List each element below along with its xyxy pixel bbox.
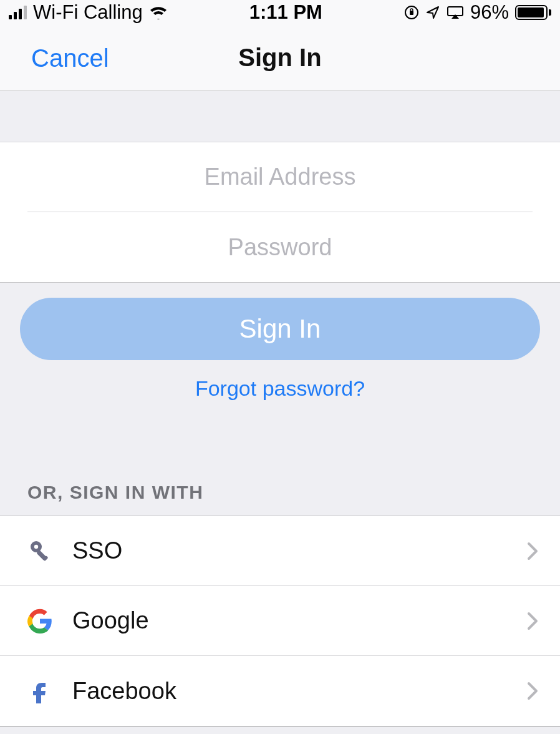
svg-point-4	[34, 544, 38, 548]
nav-bar: Cancel Sign In	[0, 25, 560, 91]
alt-signin-list: SSO Google Facebook	[0, 516, 560, 727]
rotation-lock-icon	[404, 5, 419, 20]
status-time: 1:11 PM	[249, 1, 322, 24]
svg-rect-1	[410, 11, 413, 15]
forgot-row: Forgot password?	[0, 368, 560, 407]
spacer	[0, 727, 560, 734]
email-field[interactable]	[27, 164, 533, 190]
cancel-button[interactable]: Cancel	[31, 44, 109, 72]
battery-icon	[515, 5, 551, 20]
cellular-signal-icon	[9, 6, 27, 19]
signin-button[interactable]: Sign In	[20, 298, 540, 360]
page-title: Sign In	[238, 44, 321, 72]
forgot-password-link[interactable]: Forgot password?	[195, 376, 365, 401]
spacer	[0, 407, 560, 482]
chevron-right-icon	[526, 681, 539, 701]
airplay-icon	[447, 6, 464, 19]
password-field[interactable]	[27, 234, 533, 261]
sso-label: SSO	[61, 537, 526, 564]
alt-signin-header: OR, SIGN IN WITH	[0, 482, 560, 516]
email-row	[27, 142, 533, 212]
status-bar: Wi-Fi Calling 1:11 PM	[0, 0, 560, 25]
signin-button-area: Sign In	[0, 283, 560, 368]
credentials-form	[0, 142, 560, 283]
facebook-icon	[27, 678, 61, 703]
status-right: 96%	[404, 1, 551, 24]
wifi-icon	[149, 6, 168, 19]
spacer	[0, 91, 560, 142]
carrier-label: Wi-Fi Calling	[33, 1, 143, 24]
facebook-row[interactable]: Facebook	[0, 656, 560, 726]
location-icon	[425, 5, 440, 20]
facebook-label: Facebook	[61, 678, 526, 705]
chevron-right-icon	[526, 611, 539, 631]
chevron-right-icon	[526, 541, 539, 561]
google-row[interactable]: Google	[0, 586, 560, 656]
sso-row[interactable]: SSO	[0, 516, 560, 586]
key-icon	[27, 538, 61, 564]
password-row	[27, 212, 533, 282]
svg-rect-2	[448, 7, 463, 16]
google-label: Google	[61, 607, 526, 634]
status-left: Wi-Fi Calling	[9, 1, 168, 24]
google-icon	[27, 609, 61, 634]
battery-fill	[518, 7, 544, 17]
battery-percent: 96%	[470, 1, 509, 24]
